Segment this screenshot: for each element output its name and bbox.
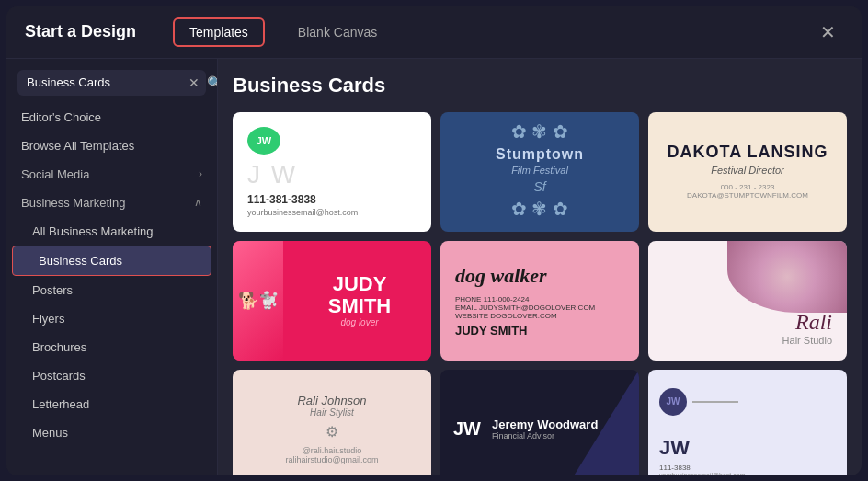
- card-6-floral-decoration: [727, 241, 847, 313]
- main-content: Business Cards JW J W 111-381-3838 yourb…: [218, 59, 862, 475]
- card-5-name: JUDY SMITH: [455, 324, 528, 338]
- card-6-sub: Hair Studio: [782, 335, 832, 346]
- sidebar: ✕ 🔍 Editor's Choice Browse All Templates…: [6, 59, 218, 475]
- sidebar-item-editors-choice[interactable]: Editor's Choice: [6, 103, 217, 132]
- card-7-website: @rali.hair.studio: [303, 446, 362, 455]
- template-card-5[interactable]: dog walker PHONE 111-000-2424EMAIL JUDYS…: [440, 241, 639, 361]
- start-a-design-modal: Start a Design Templates Blank Canvas ✕ …: [6, 6, 862, 475]
- card-1-phone: 111-381-3838: [247, 193, 417, 206]
- card-6-name: Rali: [795, 310, 832, 335]
- card-9-top: JW: [659, 381, 836, 416]
- sidebar-item-posters[interactable]: Posters: [6, 276, 217, 304]
- chevron-down-icon: ∧: [194, 196, 202, 209]
- sidebar-item-business-cards[interactable]: Business Cards: [12, 246, 211, 276]
- card-5-title: dog walker: [455, 264, 547, 288]
- sidebar-item-menus[interactable]: Menus: [6, 418, 217, 447]
- template-card-1[interactable]: JW J W 111-381-3838 yourbusinessemail@ho…: [233, 112, 431, 232]
- sidebar-item-letterhead[interactable]: Letterhead: [6, 390, 217, 418]
- card-2-sig: Sf: [496, 179, 584, 194]
- template-card-2[interactable]: ✿ ✾ ✿ Stumptown Film Festival Sf ✿ ✾ ✿: [440, 112, 639, 232]
- templates-grid: JW J W 111-381-3838 yourbusinessemail@ho…: [233, 112, 847, 475]
- tab-blank-canvas[interactable]: Blank Canvas: [283, 19, 392, 45]
- search-box[interactable]: ✕ 🔍: [17, 70, 206, 96]
- card-2-decoration: ✿ ✾ ✿: [496, 120, 584, 143]
- search-input[interactable]: [27, 75, 181, 89]
- card-7-profession: Hair Stylist: [310, 407, 354, 418]
- card-5-details: PHONE 111-000-2424EMAIL JUDYSMITH@DOGOLO…: [455, 295, 595, 320]
- card-7-icon: ⚙: [326, 423, 338, 441]
- card-1-email: yourbusinessemail@host.com: [247, 208, 417, 217]
- card-3-title: Festival Director: [711, 165, 783, 176]
- card-3-name: DAKOTA LANSING: [668, 143, 828, 162]
- card-4-name: JUDYSMITH: [328, 273, 391, 317]
- card-9-initials: JW: [659, 436, 836, 460]
- card-7-email: ralihairstudio@gmail.com: [285, 455, 378, 464]
- sidebar-item-brochures[interactable]: Brochures: [6, 333, 217, 361]
- template-card-6[interactable]: Rali Hair Studio: [648, 241, 847, 361]
- card-3-details: 000 - 231 - 2323DAKOTA@STUMPTOWNFILM.COM: [687, 183, 808, 200]
- card-4-sub: dog lover: [328, 317, 391, 327]
- sidebar-item-flyers[interactable]: Flyers: [6, 304, 217, 333]
- modal-body: ✕ 🔍 Editor's Choice Browse All Templates…: [6, 59, 862, 475]
- tab-templates[interactable]: Templates: [173, 17, 265, 47]
- card-8-triangle-decoration: [565, 370, 639, 475]
- template-card-3[interactable]: DAKOTA LANSING Festival Director 000 - 2…: [648, 112, 847, 232]
- card-1-initials: JW: [247, 127, 280, 155]
- card-2-content: ✿ ✾ ✿ Stumptown Film Festival Sf ✿ ✾ ✿: [496, 120, 584, 223]
- card-7-name: Rali Johnson: [297, 394, 366, 407]
- modal-header: Start a Design Templates Blank Canvas ✕: [6, 6, 862, 59]
- card-9-email: yourbusinessemail@host.com: [659, 472, 836, 475]
- sidebar-item-social-media[interactable]: Social Media ›: [6, 160, 217, 189]
- card-2-title: Stumptown: [496, 146, 584, 163]
- card-8-logo: JW: [453, 418, 481, 440]
- sidebar-item-browse-all[interactable]: Browse All Templates: [6, 132, 217, 160]
- card-9-line: [692, 401, 738, 403]
- template-card-9[interactable]: JW JW 111-3838 yourbusinessemail@host.co…: [648, 370, 847, 475]
- card-2-decoration2: ✿ ✾ ✿: [496, 198, 584, 220]
- sidebar-item-all-business-marketing[interactable]: All Business Marketing: [6, 217, 217, 246]
- card-1-name: J W: [247, 162, 417, 188]
- search-icon: 🔍: [207, 75, 218, 90]
- sidebar-list: Editor's Choice Browse All Templates Soc…: [6, 103, 217, 475]
- chevron-right-icon: ›: [199, 167, 202, 180]
- template-card-8[interactable]: JW Jeremy Woodward Financial Advisor: [440, 370, 639, 475]
- modal-title: Start a Design: [25, 22, 136, 41]
- card-4-dogs-decoration: 🐕🐩: [233, 241, 283, 361]
- card-9-initials-circle: JW: [659, 388, 687, 416]
- sidebar-item-postcards[interactable]: Postcards: [6, 361, 217, 390]
- close-button[interactable]: ✕: [813, 17, 843, 47]
- card-2-sub: Film Festival: [496, 165, 584, 176]
- sidebar-item-business-marketing[interactable]: Business Marketing ∧: [6, 189, 217, 217]
- search-clear-button[interactable]: ✕: [188, 75, 200, 90]
- template-card-7[interactable]: Rali Johnson Hair Stylist ⚙ @rali.hair.s…: [233, 370, 431, 475]
- card-4-text-area: JUDYSMITH dog lover: [328, 273, 391, 327]
- template-card-4[interactable]: 🐕🐩 JUDYSMITH dog lover: [233, 241, 431, 361]
- card-9-phone: 111-3838: [659, 464, 836, 472]
- page-title: Business Cards: [233, 74, 847, 97]
